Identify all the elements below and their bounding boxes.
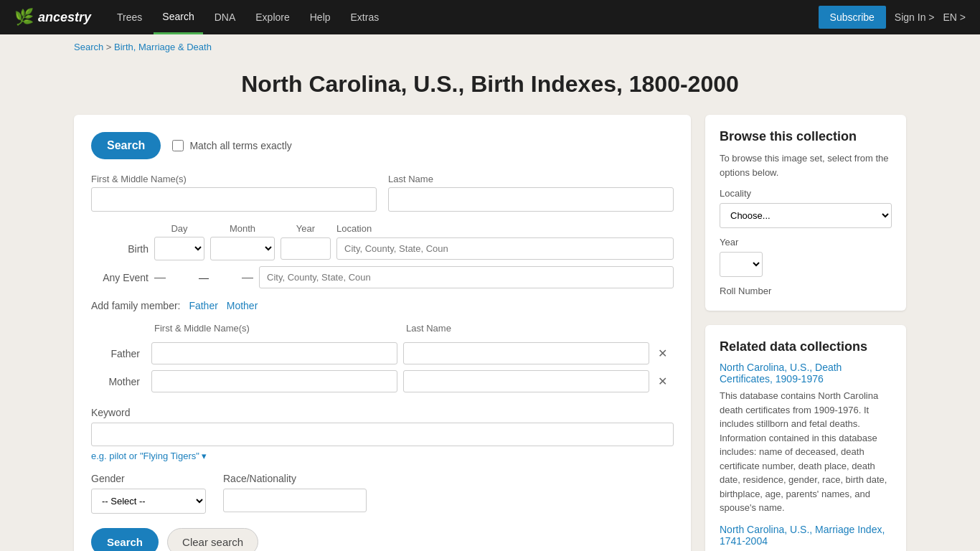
- nav-explore[interactable]: Explore: [247, 1, 298, 33]
- birth-event-row: Birth 123 JanFebMar: [91, 237, 674, 260]
- any-event-location-input[interactable]: [259, 266, 674, 288]
- related-link-0[interactable]: North Carolina, U.S., Death Certificates…: [720, 362, 892, 385]
- mother-last-input[interactable]: [403, 370, 649, 392]
- birth-location-input[interactable]: [336, 237, 674, 260]
- keyword-section: Keyword e.g. pilot or "Flying Tigers" ▾: [91, 407, 674, 461]
- mother-label: Mother: [91, 367, 149, 395]
- birth-month-select[interactable]: JanFebMar: [210, 237, 275, 260]
- father-remove-button[interactable]: ✕: [655, 344, 670, 363]
- search-form: Search Match all terms exactly First & M…: [74, 115, 691, 551]
- date-header: Day Month Year Location: [91, 223, 674, 234]
- first-name-group: First & Middle Name(s): [91, 174, 377, 212]
- any-event-row: Any Event — — —: [91, 266, 674, 288]
- language-selector[interactable]: EN >: [943, 11, 966, 23]
- browse-title: Browse this collection: [720, 129, 892, 144]
- related-desc-0: This database contains North Carolina de…: [720, 389, 892, 515]
- subscribe-button[interactable]: Subscribe: [819, 6, 886, 29]
- year-header: Year: [281, 223, 331, 234]
- mother-remove-button[interactable]: ✕: [655, 372, 670, 391]
- nav-dna[interactable]: DNA: [206, 1, 245, 33]
- sidebar: Browse this collection To browse this im…: [705, 115, 906, 551]
- gender-group: Gender -- Select -- Male Female: [91, 473, 206, 514]
- family-last-header: Last Name: [400, 320, 652, 339]
- page-title: North Carolina, U.S., Birth Indexes, 180…: [0, 60, 980, 115]
- nav-search[interactable]: Search: [154, 1, 202, 34]
- roll-number-label: Roll Number: [720, 286, 892, 296]
- father-row: Father ✕: [91, 339, 674, 367]
- browse-description: To browse this image set, select from th…: [720, 151, 892, 179]
- search-bottom-button[interactable]: Search: [91, 528, 159, 551]
- keyword-hint[interactable]: e.g. pilot or "Flying Tigers" ▾: [91, 451, 674, 461]
- any-event-dash2: —: [171, 272, 236, 283]
- month-header: Month: [210, 223, 275, 234]
- main-layout: Search Match all terms exactly First & M…: [60, 115, 920, 551]
- match-exact-checkbox[interactable]: [172, 140, 184, 151]
- father-last-input[interactable]: [403, 342, 649, 364]
- birth-day-select[interactable]: 123: [154, 237, 204, 260]
- related-card: Related data collections North Carolina,…: [705, 325, 906, 551]
- match-exact-text: Match all terms exactly: [189, 140, 291, 151]
- breadcrumb: Search > Birth, Marriage & Death: [60, 34, 920, 60]
- race-label: Race/Nationality: [223, 473, 367, 484]
- any-event-dash3: —: [242, 271, 253, 284]
- match-exact-label[interactable]: Match all terms exactly: [172, 140, 291, 151]
- clear-button[interactable]: Clear search: [167, 528, 258, 551]
- race-input[interactable]: [223, 489, 367, 512]
- nav-links: Trees Search DNA Explore Help Extras: [108, 1, 819, 34]
- breadcrumb-current[interactable]: Birth, Marriage & Death: [114, 42, 212, 52]
- birth-label: Birth: [91, 243, 149, 255]
- search-top: Search Match all terms exactly: [91, 132, 674, 159]
- race-group: Race/Nationality: [223, 473, 367, 514]
- any-event-label: Any Event: [91, 272, 149, 283]
- first-name-input[interactable]: [91, 187, 377, 212]
- first-name-label: First & Middle Name(s): [91, 174, 377, 184]
- add-family-label: Add family member:: [91, 300, 180, 311]
- roll-number-group: Roll Number: [720, 286, 892, 296]
- family-table: First & Middle Name(s) Last Name Father …: [91, 320, 674, 395]
- logo-icon: 🌿: [14, 8, 34, 27]
- last-name-label: Last Name: [388, 174, 674, 184]
- locality-select[interactable]: Choose...: [720, 203, 892, 228]
- navigation: 🌿 ancestry Trees Search DNA Explore Help…: [0, 0, 980, 34]
- birth-year-input[interactable]: [281, 237, 331, 260]
- logo-text: ancestry: [38, 10, 91, 25]
- browse-card: Browse this collection To browse this im…: [705, 115, 906, 311]
- nav-trees[interactable]: Trees: [108, 1, 151, 33]
- last-name-input[interactable]: [388, 187, 674, 212]
- add-mother-link[interactable]: Mother: [227, 300, 258, 311]
- keyword-label: Keyword: [91, 407, 674, 418]
- mother-row: Mother ✕: [91, 367, 674, 395]
- year-group: Year: [720, 237, 892, 277]
- nav-extras[interactable]: Extras: [342, 1, 388, 33]
- father-first-input[interactable]: [151, 342, 397, 364]
- add-family-section: Add family member: Father Mother: [91, 300, 674, 311]
- add-father-link[interactable]: Father: [189, 300, 217, 311]
- signin-link[interactable]: Sign In >: [895, 11, 935, 23]
- search-top-button[interactable]: Search: [91, 132, 161, 159]
- day-header: Day: [154, 223, 204, 234]
- related-link-1[interactable]: North Carolina, U.S., Marriage Index, 17…: [720, 524, 892, 547]
- gender-label: Gender: [91, 473, 206, 484]
- father-label: Father: [91, 339, 149, 367]
- form-buttons: Search Clear search: [91, 528, 674, 551]
- any-event-dash1: —: [154, 271, 166, 284]
- locality-label: Locality: [720, 188, 892, 199]
- name-fields-row: First & Middle Name(s) Last Name: [91, 174, 674, 212]
- locality-group: Locality Choose...: [720, 188, 892, 237]
- last-name-group: Last Name: [388, 174, 674, 212]
- nav-help[interactable]: Help: [301, 1, 339, 33]
- related-title: Related data collections: [720, 339, 892, 354]
- logo[interactable]: 🌿 ancestry: [14, 8, 91, 27]
- family-first-header: First & Middle Name(s): [149, 320, 400, 339]
- location-header: Location: [336, 223, 674, 234]
- year-select[interactable]: [720, 252, 763, 277]
- mother-first-input[interactable]: [151, 370, 397, 392]
- nav-right: Subscribe Sign In > EN >: [819, 6, 966, 29]
- keyword-input[interactable]: [91, 423, 674, 446]
- gender-select[interactable]: -- Select -- Male Female: [91, 489, 206, 514]
- breadcrumb-separator: >: [106, 42, 114, 52]
- gender-race-row: Gender -- Select -- Male Female Race/Nat…: [91, 473, 674, 514]
- browse-year-label: Year: [720, 237, 892, 248]
- breadcrumb-root[interactable]: Search: [74, 42, 103, 52]
